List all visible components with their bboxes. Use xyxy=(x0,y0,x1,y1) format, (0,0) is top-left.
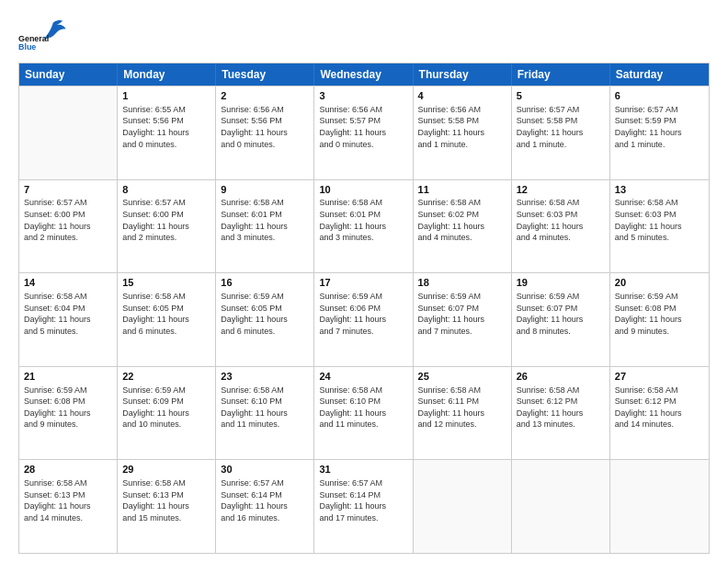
cal-cell: 30Sunrise: 6:57 AM Sunset: 6:14 PM Dayli… xyxy=(216,460,314,553)
day-number: 8 xyxy=(122,183,210,197)
cal-cell: 26Sunrise: 6:58 AM Sunset: 6:12 PM Dayli… xyxy=(512,367,610,460)
day-info: Sunrise: 6:57 AM Sunset: 5:58 PM Dayligh… xyxy=(517,104,605,150)
day-info: Sunrise: 6:59 AM Sunset: 6:08 PM Dayligh… xyxy=(615,291,704,337)
day-info: Sunrise: 6:59 AM Sunset: 6:08 PM Dayligh… xyxy=(24,385,112,431)
day-info: Sunrise: 6:58 AM Sunset: 6:03 PM Dayligh… xyxy=(615,197,704,243)
day-number: 21 xyxy=(24,370,112,384)
cal-cell: 5Sunrise: 6:57 AM Sunset: 5:58 PM Daylig… xyxy=(512,86,610,179)
day-number: 4 xyxy=(418,89,506,103)
day-number: 29 xyxy=(122,463,210,477)
day-number: 15 xyxy=(122,276,210,290)
logo: General Blue xyxy=(18,17,69,53)
week-row-1: 1Sunrise: 6:55 AM Sunset: 5:56 PM Daylig… xyxy=(19,86,709,179)
day-number: 7 xyxy=(24,183,112,197)
day-info: Sunrise: 6:59 AM Sunset: 6:07 PM Dayligh… xyxy=(517,291,605,337)
cal-cell: 1Sunrise: 6:55 AM Sunset: 5:56 PM Daylig… xyxy=(118,86,216,179)
day-number: 31 xyxy=(319,463,407,477)
cal-cell: 24Sunrise: 6:58 AM Sunset: 6:10 PM Dayli… xyxy=(314,367,413,460)
week-row-5: 28Sunrise: 6:58 AM Sunset: 6:13 PM Dayli… xyxy=(19,459,709,553)
day-number: 28 xyxy=(24,463,112,477)
cal-cell: 25Sunrise: 6:58 AM Sunset: 6:11 PM Dayli… xyxy=(414,367,512,460)
cal-cell: 31Sunrise: 6:57 AM Sunset: 6:14 PM Dayli… xyxy=(314,460,413,553)
day-info: Sunrise: 6:58 AM Sunset: 6:12 PM Dayligh… xyxy=(615,385,704,431)
page: General Blue SundayMondayTuesdayWednesda… xyxy=(0,0,728,563)
day-number: 13 xyxy=(615,183,704,197)
week-row-2: 7Sunrise: 6:57 AM Sunset: 6:00 PM Daylig… xyxy=(19,179,709,273)
day-number: 12 xyxy=(517,183,605,197)
cal-cell: 20Sunrise: 6:59 AM Sunset: 6:08 PM Dayli… xyxy=(610,273,709,366)
day-info: Sunrise: 6:58 AM Sunset: 6:10 PM Dayligh… xyxy=(319,385,407,431)
day-info: Sunrise: 6:58 AM Sunset: 6:13 PM Dayligh… xyxy=(24,477,112,523)
day-info: Sunrise: 6:58 AM Sunset: 6:10 PM Dayligh… xyxy=(221,385,309,431)
day-number: 25 xyxy=(418,370,506,384)
day-info: Sunrise: 6:58 AM Sunset: 6:01 PM Dayligh… xyxy=(221,197,309,243)
day-info: Sunrise: 6:58 AM Sunset: 6:01 PM Dayligh… xyxy=(319,197,407,243)
cal-cell xyxy=(512,460,610,553)
week-row-3: 14Sunrise: 6:58 AM Sunset: 6:04 PM Dayli… xyxy=(19,272,709,366)
day-info: Sunrise: 6:58 AM Sunset: 6:04 PM Dayligh… xyxy=(24,291,112,337)
cal-cell: 29Sunrise: 6:58 AM Sunset: 6:13 PM Dayli… xyxy=(118,460,216,553)
svg-text:Blue: Blue xyxy=(18,42,36,52)
cal-cell: 19Sunrise: 6:59 AM Sunset: 6:07 PM Dayli… xyxy=(512,273,610,366)
header-day-friday: Friday xyxy=(512,63,610,86)
day-number: 6 xyxy=(615,89,704,103)
cal-cell: 28Sunrise: 6:58 AM Sunset: 6:13 PM Dayli… xyxy=(19,460,118,553)
cal-cell: 18Sunrise: 6:59 AM Sunset: 6:07 PM Dayli… xyxy=(414,273,512,366)
cal-cell: 12Sunrise: 6:58 AM Sunset: 6:03 PM Dayli… xyxy=(512,180,610,273)
day-number: 26 xyxy=(517,370,605,384)
day-number: 14 xyxy=(24,276,112,290)
cal-cell xyxy=(19,86,118,179)
day-info: Sunrise: 6:59 AM Sunset: 6:07 PM Dayligh… xyxy=(418,291,506,337)
cal-cell: 14Sunrise: 6:58 AM Sunset: 6:04 PM Dayli… xyxy=(19,273,118,366)
header: General Blue xyxy=(18,17,710,53)
day-info: Sunrise: 6:57 AM Sunset: 6:00 PM Dayligh… xyxy=(122,197,210,243)
day-info: Sunrise: 6:56 AM Sunset: 5:58 PM Dayligh… xyxy=(418,104,506,150)
day-number: 22 xyxy=(122,370,210,384)
day-number: 3 xyxy=(319,89,407,103)
calendar: SundayMondayTuesdayWednesdayThursdayFrid… xyxy=(18,63,710,554)
day-info: Sunrise: 6:59 AM Sunset: 6:09 PM Dayligh… xyxy=(122,385,210,431)
cal-cell: 6Sunrise: 6:57 AM Sunset: 5:59 PM Daylig… xyxy=(610,86,709,179)
day-number: 24 xyxy=(319,370,407,384)
header-day-saturday: Saturday xyxy=(610,63,709,86)
header-day-thursday: Thursday xyxy=(414,63,512,86)
cal-cell: 7Sunrise: 6:57 AM Sunset: 6:00 PM Daylig… xyxy=(19,180,118,273)
day-info: Sunrise: 6:57 AM Sunset: 6:14 PM Dayligh… xyxy=(221,477,309,523)
day-info: Sunrise: 6:58 AM Sunset: 6:03 PM Dayligh… xyxy=(517,197,605,243)
cal-cell: 27Sunrise: 6:58 AM Sunset: 6:12 PM Dayli… xyxy=(610,367,709,460)
header-day-tuesday: Tuesday xyxy=(216,63,314,86)
cal-cell: 9Sunrise: 6:58 AM Sunset: 6:01 PM Daylig… xyxy=(216,180,314,273)
day-number: 20 xyxy=(615,276,704,290)
day-number: 19 xyxy=(517,276,605,290)
cal-cell: 16Sunrise: 6:59 AM Sunset: 6:05 PM Dayli… xyxy=(216,273,314,366)
day-info: Sunrise: 6:58 AM Sunset: 6:11 PM Dayligh… xyxy=(418,385,506,431)
day-number: 16 xyxy=(221,276,309,290)
day-number: 9 xyxy=(221,183,309,197)
cal-cell xyxy=(610,460,709,553)
cal-cell: 13Sunrise: 6:58 AM Sunset: 6:03 PM Dayli… xyxy=(610,180,709,273)
day-info: Sunrise: 6:56 AM Sunset: 5:56 PM Dayligh… xyxy=(221,104,309,150)
day-info: Sunrise: 6:58 AM Sunset: 6:12 PM Dayligh… xyxy=(517,385,605,431)
cal-cell: 15Sunrise: 6:58 AM Sunset: 6:05 PM Dayli… xyxy=(118,273,216,366)
cal-cell: 22Sunrise: 6:59 AM Sunset: 6:09 PM Dayli… xyxy=(118,367,216,460)
day-number: 17 xyxy=(319,276,407,290)
day-info: Sunrise: 6:56 AM Sunset: 5:57 PM Dayligh… xyxy=(319,104,407,150)
cal-cell: 2Sunrise: 6:56 AM Sunset: 5:56 PM Daylig… xyxy=(216,86,314,179)
day-info: Sunrise: 6:59 AM Sunset: 6:05 PM Dayligh… xyxy=(221,291,309,337)
header-day-monday: Monday xyxy=(118,63,216,86)
day-info: Sunrise: 6:57 AM Sunset: 5:59 PM Dayligh… xyxy=(615,104,704,150)
day-info: Sunrise: 6:59 AM Sunset: 6:06 PM Dayligh… xyxy=(319,291,407,337)
day-number: 1 xyxy=(122,89,210,103)
week-row-4: 21Sunrise: 6:59 AM Sunset: 6:08 PM Dayli… xyxy=(19,366,709,460)
logo-svg: General Blue xyxy=(18,17,69,53)
calendar-body: 1Sunrise: 6:55 AM Sunset: 5:56 PM Daylig… xyxy=(19,86,709,553)
day-number: 30 xyxy=(221,463,309,477)
day-info: Sunrise: 6:57 AM Sunset: 6:00 PM Dayligh… xyxy=(24,197,112,243)
day-number: 23 xyxy=(221,370,309,384)
day-info: Sunrise: 6:57 AM Sunset: 6:14 PM Dayligh… xyxy=(319,477,407,523)
cal-cell: 3Sunrise: 6:56 AM Sunset: 5:57 PM Daylig… xyxy=(314,86,413,179)
day-number: 2 xyxy=(221,89,309,103)
day-number: 18 xyxy=(418,276,506,290)
day-info: Sunrise: 6:55 AM Sunset: 5:56 PM Dayligh… xyxy=(122,104,210,150)
day-number: 10 xyxy=(319,183,407,197)
